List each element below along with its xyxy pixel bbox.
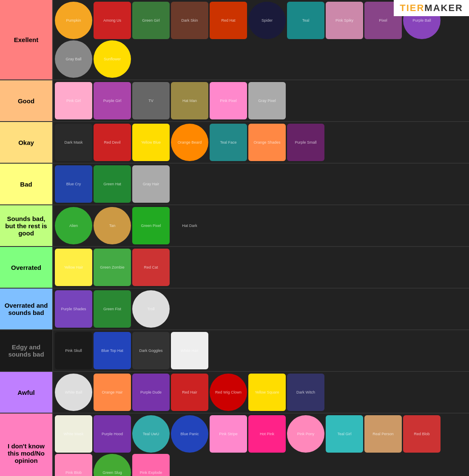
character-green-slug[interactable]: Green Slug bbox=[94, 454, 131, 476]
character-green-zombie[interactable]: Green Zombie bbox=[94, 249, 131, 286]
character-pink-stripe[interactable]: Pink Stripe bbox=[210, 415, 247, 453]
character-white-hair[interactable]: White Hair bbox=[171, 332, 208, 369]
tier-list: ExellentPumpkinAmong UsGreen GirlDark Sk… bbox=[0, 0, 469, 476]
character-purple-hood[interactable]: Purple Hood bbox=[94, 415, 131, 453]
character-teal-girl[interactable]: Teal Girl bbox=[326, 415, 363, 453]
character-tan[interactable]: Tan bbox=[94, 207, 131, 244]
character-among-us[interactable]: Among Us bbox=[94, 2, 131, 39]
character-dark-goggles[interactable]: Dark Goggles bbox=[132, 332, 170, 369]
character-spider[interactable]: Spider bbox=[248, 2, 286, 39]
character-white-mask[interactable]: White Mask bbox=[55, 415, 92, 453]
character-blue-panic[interactable]: Blue Panic bbox=[171, 415, 208, 453]
tier-items-overrated-sounds-bad: Purple ShadesGreen FistTroll bbox=[53, 289, 469, 329]
tier-row-awful: AwfulWhite BallOrange HairPurple DudeRed… bbox=[0, 372, 469, 414]
character-red-hat[interactable]: Red Hat bbox=[210, 2, 247, 39]
tier-label-okay: Okay bbox=[0, 122, 53, 163]
character-green-girl[interactable]: Green Girl bbox=[132, 2, 170, 39]
character-orange-shades[interactable]: Orange Shades bbox=[248, 124, 286, 161]
character-red-blob[interactable]: Red Blob bbox=[403, 415, 441, 453]
tier-row-no-opinion: I don't know this mod/No opinionWhite Ma… bbox=[0, 414, 469, 476]
tier-row-edgy-sounds-bad: Edgy and sounds badPink SkullBlue Top Ha… bbox=[0, 330, 469, 372]
character-pumpkin[interactable]: Pumpkin bbox=[55, 2, 92, 39]
character-green-hat[interactable]: Green Hat bbox=[94, 165, 131, 203]
tier-row-sounds-bad-rest-good: Sounds bad, but the rest is goodAlienTan… bbox=[0, 205, 469, 247]
tiermaker-logo: TIERMAKER bbox=[394, 0, 469, 16]
character-orange-beard[interactable]: Orange Beard bbox=[171, 124, 208, 161]
character-yellow-blue[interactable]: Yellow Blue bbox=[132, 124, 170, 161]
character-white-ball[interactable]: White Ball bbox=[55, 374, 92, 411]
character-pink-pony[interactable]: Pink Pony bbox=[287, 415, 324, 453]
tier-items-awful: White BallOrange HairPurple DudeRed Hair… bbox=[53, 372, 469, 413]
tier-items-sounds-bad-rest-good: AlienTanGreen PixelHat Dark bbox=[53, 205, 469, 246]
tier-label-good: Good bbox=[0, 80, 53, 121]
character-teal-uwu[interactable]: Teal UwU bbox=[132, 415, 170, 453]
character-dark-witch[interactable]: Dark Witch bbox=[287, 374, 324, 411]
tier-row-overrated: OverratedYellow HairGreen ZombieRed Cat bbox=[0, 247, 469, 289]
tier-row-excellent: ExellentPumpkinAmong UsGreen GirlDark Sk… bbox=[0, 0, 469, 80]
character-pink-spiky[interactable]: Pink Spiky bbox=[326, 2, 363, 39]
tier-label-sounds-bad-rest-good: Sounds bad, but the rest is good bbox=[0, 205, 53, 246]
tier-label-overrated-sounds-bad: Overrated and sounds bad bbox=[0, 289, 53, 329]
character-pink-pixel[interactable]: Pink Pixel bbox=[210, 82, 247, 119]
tier-label-edgy-sounds-bad: Edgy and sounds bad bbox=[0, 330, 53, 371]
character-alien[interactable]: Alien bbox=[55, 207, 92, 244]
character-pink-girl[interactable]: Pink Girl bbox=[55, 82, 92, 119]
character-blue-top[interactable]: Blue Top Hat bbox=[94, 332, 131, 369]
tier-items-no-opinion: White MaskPurple HoodTeal UwUBlue PanicP… bbox=[53, 414, 469, 476]
tier-label-overrated: Overrated bbox=[0, 247, 53, 288]
character-gray-pixel[interactable]: Gray Pixel bbox=[248, 82, 286, 119]
tier-label-excellent: Exellent bbox=[0, 0, 53, 79]
character-red-cat[interactable]: Red Cat bbox=[132, 249, 170, 286]
character-purple-shades[interactable]: Purple Shades bbox=[55, 290, 92, 328]
character-green-pixel[interactable]: Green Pixel bbox=[132, 207, 170, 244]
character-hat-man[interactable]: Hat Man bbox=[171, 82, 208, 119]
character-purple-girl[interactable]: Purple Girl bbox=[94, 82, 131, 119]
character-pink-skull[interactable]: Pink Skull bbox=[55, 332, 92, 369]
character-red-devil[interactable]: Red Devil bbox=[94, 124, 131, 161]
tier-items-okay: Dark MaskRed DevilYellow BlueOrange Bear… bbox=[53, 122, 469, 163]
character-hat-dark[interactable]: Hat Dark bbox=[171, 207, 208, 244]
tier-row-good: GoodPink GirlPurple GirlTVHat ManPink Pi… bbox=[0, 80, 469, 122]
character-sunflower[interactable]: Sunflower bbox=[94, 40, 131, 78]
character-teal[interactable]: Teal bbox=[287, 2, 324, 39]
character-gray-ball[interactable]: Gray Ball bbox=[55, 40, 92, 78]
tier-row-okay: OkayDark MaskRed DevilYellow BlueOrange … bbox=[0, 122, 469, 164]
character-red-hair[interactable]: Red Hair bbox=[171, 374, 208, 411]
character-green-fist[interactable]: Green Fist bbox=[94, 290, 131, 328]
character-yellow-sq[interactable]: Yellow Square bbox=[248, 374, 286, 411]
tier-row-overrated-sounds-bad: Overrated and sounds badPurple ShadesGre… bbox=[0, 289, 469, 330]
character-red-wig[interactable]: Red Wig Clown bbox=[210, 374, 247, 411]
character-blue-cry[interactable]: Blue Cry bbox=[55, 165, 92, 203]
tier-items-edgy-sounds-bad: Pink SkullBlue Top HatDark GogglesWhite … bbox=[53, 330, 469, 371]
character-teal-face[interactable]: Teal Face bbox=[210, 124, 247, 161]
character-purple-dude[interactable]: Purple Dude bbox=[132, 374, 170, 411]
character-hot-pink[interactable]: Hot Pink bbox=[248, 415, 286, 453]
character-pink-explode[interactable]: Pink Explode bbox=[132, 454, 170, 476]
character-yellow-hair[interactable]: Yellow Hair bbox=[55, 249, 92, 286]
tier-label-no-opinion: I don't know this mod/No opinion bbox=[0, 414, 53, 476]
character-troll[interactable]: Troll bbox=[132, 290, 170, 328]
character-dark-skin[interactable]: Dark Skin bbox=[171, 2, 208, 39]
tier-items-good: Pink GirlPurple GirlTVHat ManPink PixelG… bbox=[53, 80, 469, 121]
character-tv[interactable]: TV bbox=[132, 82, 170, 119]
character-real-person[interactable]: Real Person bbox=[364, 415, 402, 453]
character-purple-sm[interactable]: Purple Small bbox=[287, 124, 324, 161]
tier-label-awful: Awful bbox=[0, 372, 53, 413]
tier-row-bad: BadBlue CryGreen HatGray Hair bbox=[0, 164, 469, 205]
character-gray-hair[interactable]: Gray Hair bbox=[132, 165, 170, 203]
tier-items-overrated: Yellow HairGreen ZombieRed Cat bbox=[53, 247, 469, 288]
tier-items-bad: Blue CryGreen HatGray Hair bbox=[53, 164, 469, 204]
character-dark-mask[interactable]: Dark Mask bbox=[55, 124, 92, 161]
tier-label-bad: Bad bbox=[0, 164, 53, 204]
character-orange-hair[interactable]: Orange Hair bbox=[94, 374, 131, 411]
character-pink-blob[interactable]: Pink Blob bbox=[55, 454, 92, 476]
